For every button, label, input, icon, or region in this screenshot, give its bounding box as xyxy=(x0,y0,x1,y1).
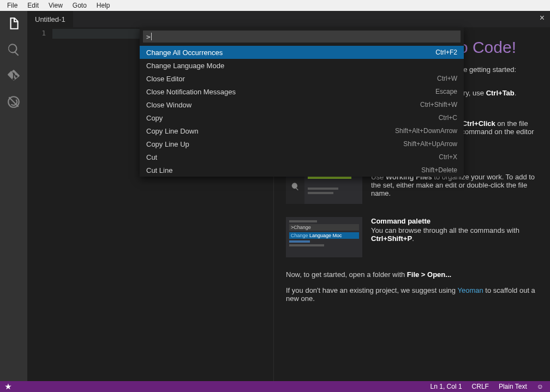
command-label: Close Window xyxy=(146,101,192,109)
status-cursor-position[interactable]: Ln 1, Col 1 xyxy=(429,383,463,390)
welcome-yeoman: If you don't have an existing project, w… xyxy=(286,286,538,303)
command-palette-list: Change All OccurrencesCtrl+F2Change Lang… xyxy=(140,46,464,177)
command-keybinding: Ctrl+W xyxy=(437,75,457,82)
feedback-icon[interactable] xyxy=(0,383,16,390)
command-keybinding: Ctrl+X xyxy=(439,153,457,161)
yeoman-link[interactable]: Yeoman xyxy=(457,286,483,294)
command-label: Copy xyxy=(146,114,163,122)
command-palette-item[interactable]: Close Notification MessagesEscape xyxy=(140,85,464,98)
status-bar: Ln 1, Col 1 CRLF Plain Text ☺ xyxy=(0,381,550,392)
command-palette-item[interactable]: Change All OccurrencesCtrl+F2 xyxy=(140,46,464,59)
command-keybinding: Ctrl+C xyxy=(439,114,457,122)
text-cursor xyxy=(151,33,152,40)
command-palette-input[interactable]: > xyxy=(143,31,461,43)
line-number-gutter: 1 xyxy=(27,27,52,381)
command-keybinding: Shift+Alt+UpArrow xyxy=(403,140,457,148)
command-palette-item[interactable]: CutCtrl+X xyxy=(140,150,464,164)
menubar[interactable]: File Edit View Goto Help xyxy=(0,0,550,11)
git-icon[interactable] xyxy=(7,69,21,85)
command-label: Close Notification Messages xyxy=(146,88,236,96)
welcome-get-started: Now, to get started, open a folder with … xyxy=(286,270,538,279)
line-number-1: 1 xyxy=(27,29,46,37)
command-label: Close Editor xyxy=(146,75,185,83)
command-palette-item[interactable]: Cut LineShift+Delete xyxy=(140,164,464,177)
command-palette-item[interactable]: Change Language Mode xyxy=(140,59,464,72)
command-palette-item[interactable]: Copy Line UpShift+Alt+UpArrow xyxy=(140,137,464,150)
command-palette-item[interactable]: Close EditorCtrl+W xyxy=(140,72,464,85)
close-icon[interactable]: × xyxy=(540,13,545,23)
status-eol[interactable]: CRLF xyxy=(471,383,490,390)
menu-help[interactable]: Help xyxy=(92,1,115,10)
command-keybinding: Ctrl+F2 xyxy=(435,49,457,56)
explorer-icon[interactable] xyxy=(7,16,21,33)
menu-view[interactable]: View xyxy=(44,1,68,10)
command-keybinding: Shift+Alt+DownArrow xyxy=(395,127,457,135)
status-language-mode[interactable]: Plain Text xyxy=(498,383,528,390)
command-label: Change All Occurrences xyxy=(146,49,223,57)
tab-untitled-1[interactable]: Untitled-1 xyxy=(27,11,73,27)
menu-file[interactable]: File xyxy=(2,1,22,10)
command-keybinding: Ctrl+Shift+W xyxy=(420,101,457,108)
search-icon[interactable] xyxy=(7,43,21,59)
editor-tabs: Untitled-1 × xyxy=(27,11,550,27)
command-label: Cut xyxy=(146,153,157,161)
menu-goto[interactable]: Goto xyxy=(68,1,92,10)
menu-edit[interactable]: Edit xyxy=(22,1,44,10)
command-palette-item[interactable]: CopyCtrl+C xyxy=(140,111,464,124)
command-palette-item[interactable]: Copy Line DownShift+Alt+DownArrow xyxy=(140,124,464,137)
debug-icon[interactable] xyxy=(7,95,21,111)
status-feedback-smile-icon[interactable]: ☺ xyxy=(536,383,545,390)
command-keybinding: Escape xyxy=(435,88,457,95)
command-keybinding: Shift+Delete xyxy=(421,166,457,174)
feature-palette-text: Command palette You can browse through a… xyxy=(371,217,538,257)
command-label: Copy Line Down xyxy=(146,127,198,135)
command-palette-input-value: > xyxy=(146,33,151,41)
command-label: Change Language Mode xyxy=(146,62,224,70)
command-palette: > Change All OccurrencesCtrl+F2Change La… xyxy=(140,27,464,177)
command-palette-item[interactable]: Close WindowCtrl+Shift+W xyxy=(140,98,464,111)
feature-palette-thumbnail: >Change Change Language Moc xyxy=(286,217,362,257)
command-label: Copy Line Up xyxy=(146,140,189,148)
activity-bar xyxy=(0,11,27,381)
command-label: Cut Line xyxy=(146,166,172,174)
